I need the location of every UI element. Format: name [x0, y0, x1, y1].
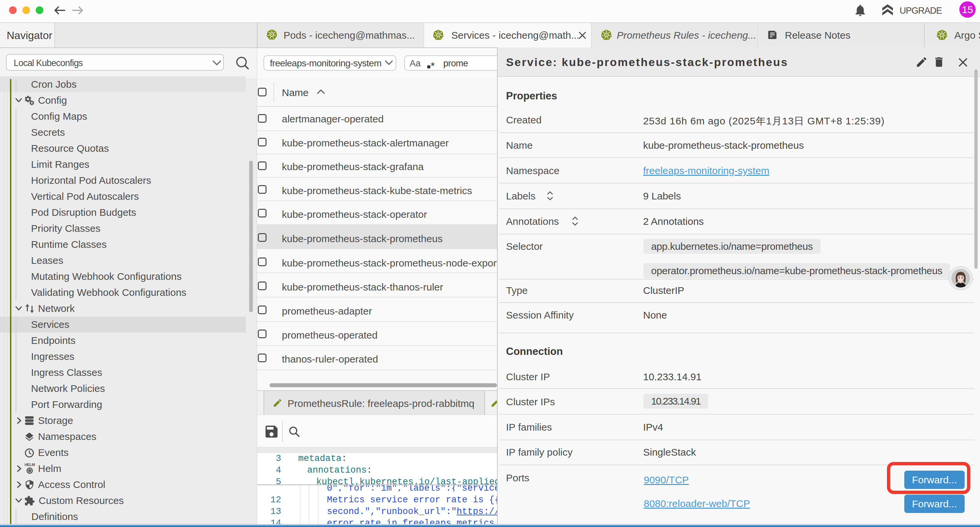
svg-text:HELM: HELM	[25, 463, 35, 466]
